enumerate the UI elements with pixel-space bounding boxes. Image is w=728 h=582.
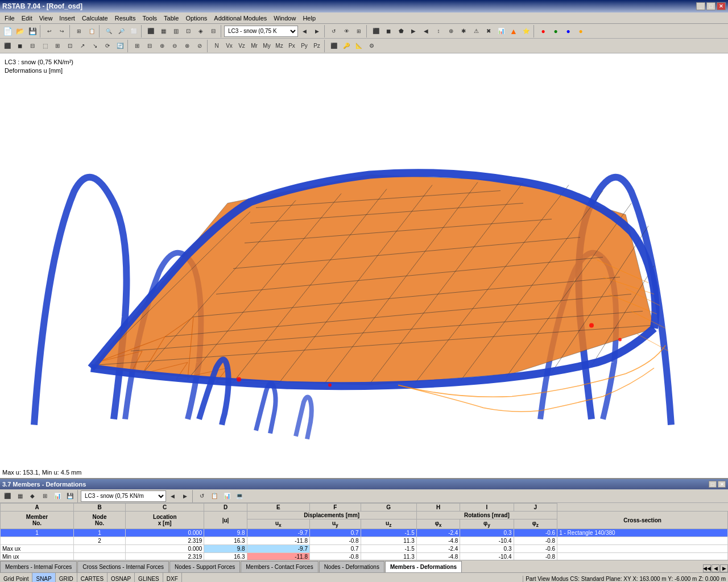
tb2-b28[interactable]: 📐 [353, 40, 365, 52]
status-glines[interactable]: GLINES [135, 573, 163, 582]
panel-tb-b4[interactable]: ⊞ [39, 490, 51, 502]
tb-grid[interactable]: ⊞ [353, 25, 365, 38]
tb-c10[interactable]: ✖ [482, 25, 495, 38]
tb-b3[interactable]: ▥ [169, 25, 182, 38]
menu-view[interactable]: View [36, 14, 56, 23]
panel-tb-b7[interactable]: ↺ [196, 490, 208, 502]
table-row[interactable]: 2 2.319 16.3 -11.8 -0.8 11.3 -4.8 -10.4 … [1, 537, 728, 545]
tab-nodes-support-forces[interactable]: Nodes - Support Forces [169, 561, 240, 572]
tb-b1[interactable]: ⬛ [144, 25, 157, 38]
table-row[interactable]: Min ux 2.319 16.3 -11.8 -0.8 11.3 -4.8 -… [1, 553, 728, 560]
tb2-b3[interactable]: ⊟ [26, 40, 39, 52]
tb2-b15[interactable]: ⊗ [181, 40, 193, 52]
tb2-b14[interactable]: ⊖ [168, 40, 181, 52]
maximize-button[interactable]: □ [706, 2, 715, 10]
panel-tb-b6[interactable]: 💾 [64, 490, 76, 502]
tb-c9[interactable]: ⚠ [470, 25, 482, 38]
tab-scroll-next[interactable]: ▶ [720, 564, 728, 572]
tb-c8[interactable]: ✱ [457, 25, 470, 38]
tb-open[interactable]: 📂 [14, 25, 26, 38]
menu-window[interactable]: Window [270, 14, 299, 23]
tb-b4[interactable]: ⊡ [182, 25, 195, 38]
tb2-b12[interactable]: ⊟ [143, 40, 156, 52]
tb2-b25[interactable]: Pz [311, 40, 323, 52]
tb2-b19[interactable]: Vz [235, 40, 248, 52]
tb2-b26[interactable]: ⬛ [328, 40, 340, 52]
tb-zoom-out[interactable]: 🔎 [115, 25, 127, 38]
panel-tb-b2[interactable]: ▦ [14, 490, 26, 502]
menu-help[interactable]: Help [299, 14, 319, 23]
status-dxf[interactable]: DXF [163, 573, 182, 582]
tb2-b29[interactable]: ⚙ [365, 40, 378, 52]
tb-c2[interactable]: ◼ [382, 25, 395, 38]
tb-c11[interactable]: 📊 [495, 25, 507, 38]
tb2-b21[interactable]: My [260, 40, 273, 52]
tb2-b6[interactable]: ⊡ [64, 40, 76, 52]
tab-cross-sections-internal[interactable]: Cross Sections - Internal Forces [77, 561, 169, 572]
tb-undo[interactable]: ↩ [43, 25, 56, 38]
panel-tb-b8[interactable]: 📋 [208, 490, 221, 502]
panel-tb-b10[interactable]: 💻 [233, 490, 246, 502]
tb2-b5[interactable]: ⊞ [51, 40, 64, 52]
panel-tb-b9[interactable]: 📊 [221, 490, 233, 502]
nav-next[interactable]: ▶ [311, 25, 323, 38]
tb2-b9[interactable]: ⟳ [101, 40, 114, 52]
tb-save[interactable]: 💾 [26, 25, 39, 38]
tb2-b10[interactable]: 🔄 [114, 40, 126, 52]
tab-members-contact-forces[interactable]: Members - Contact Forces [241, 561, 318, 572]
tb-c3[interactable]: ⬟ [395, 25, 407, 38]
panel-minimize[interactable]: □ [709, 481, 717, 488]
table-row[interactable]: 1 1 0.000 9.8 -9.7 0.7 -1.5 -2.4 0.3 -0.… [1, 529, 728, 537]
tb2-b23[interactable]: Px [286, 40, 298, 52]
tb-c13[interactable]: ⭐ [520, 25, 532, 38]
tb2-b11[interactable]: ⊞ [131, 40, 143, 52]
tb2-b16[interactable]: ⊘ [193, 40, 206, 52]
tb2-b4[interactable]: ⬚ [39, 40, 51, 52]
tb-c4[interactable]: ▶ [407, 25, 420, 38]
menu-results[interactable]: Results [111, 14, 139, 23]
tb2-b20[interactable]: Mr [248, 40, 260, 52]
tb2-b18[interactable]: Vx [223, 40, 235, 52]
tb-b5[interactable]: ◈ [195, 25, 207, 38]
menu-insert[interactable]: Insert [56, 14, 78, 23]
tb-c5[interactable]: ◀ [420, 25, 432, 38]
panel-tb-b3[interactable]: ◆ [26, 490, 39, 502]
panel-tb-b5[interactable]: 📊 [51, 490, 64, 502]
tb2-b22[interactable]: Mz [273, 40, 286, 52]
tb-red1[interactable]: ● [537, 25, 549, 38]
tb-zoom-in[interactable]: 🔍 [102, 25, 115, 38]
menu-file[interactable]: File [1, 14, 18, 23]
nav-prev[interactable]: ◀ [298, 25, 311, 38]
lc-dropdown[interactable]: LC3 - snow (0,75 K [224, 26, 298, 37]
tab-members-deformations[interactable]: Members - Deformations [385, 561, 462, 572]
main-viewport[interactable]: LC3 : snow (0,75 KN/m²) Deformations u [… [0, 53, 728, 478]
status-grid[interactable]: GRID [56, 573, 77, 582]
menu-options[interactable]: Options [182, 14, 210, 23]
panel-close[interactable]: ✕ [718, 481, 726, 488]
tb-c1[interactable]: ⬛ [370, 25, 382, 38]
tab-scroll-left[interactable]: ◀◀ [703, 564, 711, 572]
tb-fit[interactable]: ⬜ [127, 25, 140, 38]
menu-table[interactable]: Table [160, 14, 182, 23]
tb2-b2[interactable]: ◼ [14, 40, 26, 52]
tab-scroll-prev[interactable]: ◀ [712, 564, 719, 572]
menu-tools[interactable]: Tools [139, 14, 160, 23]
tb-eye[interactable]: 👁 [340, 25, 353, 38]
tb-c12[interactable]: ▲ [507, 25, 520, 38]
tb-b2[interactable]: ▦ [157, 25, 169, 38]
tb-paste[interactable]: 📋 [85, 25, 98, 38]
tb-b6[interactable]: ⊟ [207, 25, 220, 38]
panel-lc-dropdown[interactable]: LC3 - snow (0,75 KN/m [81, 490, 166, 502]
tb-c6[interactable]: ↕ [432, 25, 445, 38]
tb-c7[interactable]: ⊕ [445, 25, 457, 38]
tb-refresh[interactable]: ↺ [328, 25, 340, 38]
status-snap[interactable]: SNAP [32, 573, 55, 582]
tb-red3[interactable]: ● [562, 25, 574, 38]
tb2-b1[interactable]: ⬛ [1, 40, 14, 52]
tb2-b24[interactable]: Py [298, 40, 311, 52]
panel-tb-b1[interactable]: ⬛ [1, 490, 14, 502]
minimize-button[interactable]: _ [696, 2, 705, 10]
tb2-b13[interactable]: ⊕ [156, 40, 168, 52]
tb-red2[interactable]: ● [549, 25, 562, 38]
menu-calculate[interactable]: Calculate [78, 14, 111, 23]
